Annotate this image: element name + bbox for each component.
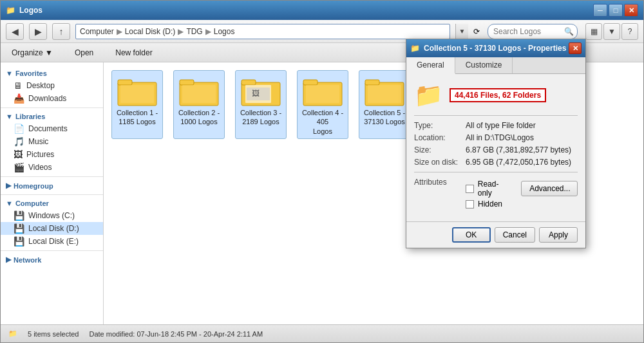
dialog-close-button[interactable]: ✕ — [569, 42, 582, 54]
dialog-title-bar: 📁 Collection 5 - 37130 Logos - Propertie… — [406, 39, 585, 57]
dialog-size-label: Size: — [414, 145, 466, 154]
advanced-button[interactable]: Advanced... — [521, 181, 578, 196]
dialog-folder-icon-large: 📁 — [414, 82, 443, 109]
dialog-sizedisk-label: Size on disk: — [414, 158, 466, 167]
cancel-button[interactable]: Cancel — [495, 227, 535, 243]
dialog-title: Collection 5 - 37130 Logos - Properties — [424, 44, 566, 53]
dialog-attr-hidden: Hidden — [466, 199, 578, 209]
dialog-tabs: General Customize — [406, 57, 585, 74]
dialog-row-location: Location: All in D:\TDG\Logos — [414, 133, 578, 142]
dialog-attr-row-container: Attributes Read-only Advanced... Hidden — [414, 178, 578, 210]
dialog-row-type: Type: All of type File folder — [414, 121, 578, 130]
dialog-attr-readonly: Read-only Advanced... — [466, 180, 578, 198]
dialog-row-size-disk: Size on disk: 6.95 GB (7,472,050,176 byt… — [414, 158, 578, 167]
dialog-attributes: Attributes Read-only Advanced... Hidden — [414, 178, 578, 210]
dialog-folder-icon-title: 📁 — [410, 44, 420, 53]
dialog-location-label: Location: — [414, 133, 466, 142]
dialog-body: 📁 44,416 Files, 62 Folders Type: All of … — [406, 74, 585, 221]
properties-dialog: 📁 Collection 5 - 37130 Logos - Propertie… — [406, 39, 586, 248]
dialog-overlay: 📁 Collection 5 - 37130 Logos - Propertie… — [0, 0, 644, 343]
dialog-sep-1 — [414, 115, 578, 116]
dialog-file-count: 44,416 Files, 62 Folders — [450, 88, 546, 102]
ok-button[interactable]: OK — [452, 227, 491, 243]
dialog-title-left: 📁 Collection 5 - 37130 Logos - Propertie… — [410, 44, 566, 53]
hidden-label: Hidden — [478, 199, 502, 209]
hidden-checkbox[interactable] — [466, 200, 474, 209]
dialog-location-value: All in D:\TDG\Logos — [466, 133, 534, 142]
dialog-file-header: 📁 44,416 Files, 62 Folders — [414, 82, 578, 109]
dialog-sep-2 — [414, 172, 578, 172]
readonly-label: Read-only — [478, 180, 512, 198]
apply-button[interactable]: Apply — [539, 227, 578, 243]
readonly-checkbox[interactable] — [466, 185, 474, 193]
dialog-attr-values: Read-only Advanced... Hidden — [466, 178, 578, 210]
dialog-type-label: Type: — [414, 121, 466, 130]
dialog-buttons: OK Cancel Apply — [406, 221, 585, 248]
dialog-sizedisk-value: 6.95 GB (7,472,050,176 bytes) — [466, 158, 571, 167]
dialog-tab-general[interactable]: General — [406, 57, 455, 74]
dialog-type-value: All of type File folder — [466, 121, 536, 130]
dialog-size-value: 6.87 GB (7,381,892,577 bytes) — [466, 145, 571, 154]
dialog-tab-customize[interactable]: Customize — [455, 57, 513, 73]
dialog-attributes-label: Attributes — [414, 178, 466, 210]
dialog-row-size: Size: 6.87 GB (7,381,892,577 bytes) — [414, 145, 578, 154]
